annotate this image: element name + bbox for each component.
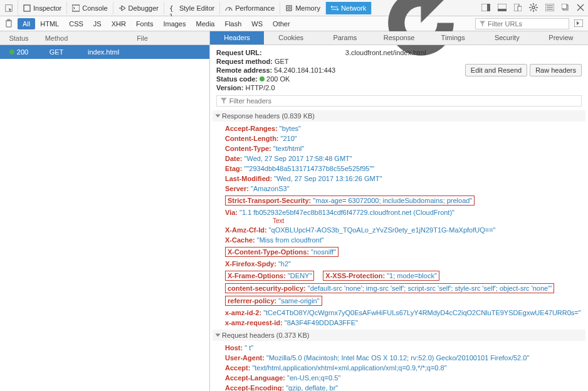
svg-line-3	[229, 8, 231, 11]
header-row: Last-Modified: "Wed, 27 Sep 2017 13:16:2…	[225, 174, 582, 183]
header-value: ""2934dbb48a5131714737b8c55e525f95""	[244, 165, 375, 172]
header-value: "Mozilla/5.0 (Macintosh; Intel Mac OS X …	[266, 354, 529, 362]
filter-all[interactable]: All	[18, 18, 35, 29]
tab-style-editor[interactable]: { }Style Editor	[164, 2, 220, 14]
dock-side-button[interactable]	[478, 1, 494, 15]
request-row[interactable]: 200 GET index.html	[0, 45, 209, 59]
header-row: Etag: ""2934dbb48a5131714737b8c55e525f95…	[225, 164, 582, 173]
raw-headers-button[interactable]: Raw headers	[530, 64, 582, 76]
status-dot-icon	[260, 76, 265, 81]
header-value: "210"	[281, 135, 297, 142]
header-value: "AmazonS3"	[251, 185, 290, 192]
svg-rect-9	[487, 4, 490, 11]
settings-button[interactable]	[525, 1, 542, 16]
tab-memory[interactable]: Memory	[280, 2, 326, 14]
filter-other[interactable]: Other	[268, 18, 295, 29]
header-value: "1; mode=block"	[387, 272, 437, 279]
header-value: "text/html"	[273, 145, 304, 152]
header-row: Accept-Ranges: "bytes"	[225, 124, 582, 133]
tab-network[interactable]: Network	[326, 2, 372, 14]
picker-icon	[5, 4, 13, 12]
detail-tab-preview[interactable]: Preview	[534, 31, 588, 44]
filter-media[interactable]: Media	[191, 18, 219, 29]
version-line: Version: HTTP/2.0	[216, 84, 582, 91]
request-list-header: Status Method File	[0, 31, 209, 45]
tab-debugger[interactable]: Debugger	[113, 2, 164, 14]
header-row: User-Agent: "Mozilla/5.0 (Macintosh; Int…	[225, 353, 582, 362]
filter-flash[interactable]: Flash	[219, 18, 246, 29]
request-file: index.html	[75, 46, 209, 58]
funnel-icon	[221, 98, 227, 104]
svg-rect-20	[562, 4, 567, 9]
node-picker-button[interactable]	[0, 0, 18, 16]
header-name: Accept-Encoding:	[225, 384, 284, 391]
detail-tab-params[interactable]: Params	[318, 31, 372, 44]
col-file[interactable]: File	[75, 32, 209, 44]
filter-js[interactable]: JS	[88, 18, 107, 29]
request-method: GET	[38, 46, 75, 58]
detail-tab-security[interactable]: Security	[480, 31, 534, 44]
toolbox-options-button[interactable]	[542, 1, 558, 15]
header-value: "tCeC4TbO8Y/QcWgrnx7yQ0EsAFwHiFULs67LyY4…	[263, 309, 581, 316]
disclosure-triangle-icon	[216, 334, 221, 337]
detail-tab-timings[interactable]: Timings	[426, 31, 480, 44]
tab-performance[interactable]: Performance	[220, 2, 280, 14]
col-method[interactable]: Method	[38, 32, 75, 44]
header-name: Content-Length:	[225, 135, 279, 142]
filter-fonts[interactable]: Fonts	[131, 18, 159, 29]
header-row: X-Frame-Options: "DENY"	[225, 271, 314, 281]
filter-headers-field[interactable]	[216, 95, 582, 107]
detail-tab-cookies[interactable]: Cookies	[264, 31, 318, 44]
details-panel: HeadersCookiesParamsResponseTimingsSecur…	[210, 31, 588, 391]
header-value: "h2"	[278, 260, 291, 268]
header-value: "Wed, 27 Sep 2017 13:16:26 GMT"	[274, 175, 382, 182]
header-value: "max-age= 63072000; includeSubdomains; p…	[313, 197, 472, 204]
funnel-icon	[480, 21, 485, 27]
url-filter-input[interactable]	[488, 20, 565, 28]
header-name: x-amz-request-id:	[225, 319, 283, 326]
responsive-mode-button[interactable]	[510, 1, 525, 15]
header-row: Accept-Encoding: "gzip, deflate, br"	[225, 383, 582, 391]
filter-xhr[interactable]: XHR	[107, 18, 131, 29]
header-name: Host:	[225, 344, 243, 352]
undock-button[interactable]	[558, 1, 573, 15]
network-filter-bar: AllHTMLCSSJSXHRFontsImagesMediaFlashWSOt…	[0, 16, 588, 31]
header-value: " t"	[244, 344, 253, 352]
header-name: X-Content-Type-Options:	[228, 248, 309, 256]
toggle-sidebar-button[interactable]	[569, 19, 588, 28]
header-row: X-Firefox-Spdy: "h2"	[225, 259, 582, 268]
url-filter-field[interactable]	[475, 18, 569, 29]
col-status[interactable]: Status	[0, 32, 38, 44]
request-headers-section[interactable]: Request headers (0.373 KB)	[213, 330, 585, 341]
tab-console[interactable]: Console	[67, 2, 113, 14]
dock-bottom-button[interactable]	[494, 1, 510, 15]
request-url-line: Request URL: 3.cloudfront.net/index.html	[216, 49, 582, 56]
filter-images[interactable]: Images	[158, 18, 191, 29]
debugger-icon	[118, 4, 126, 12]
detail-tab-headers[interactable]: Headers	[210, 31, 264, 44]
svg-rect-2	[72, 5, 80, 11]
header-row: referrer-policy: "same-origin"	[225, 296, 322, 306]
filter-css[interactable]: CSS	[64, 18, 88, 29]
filter-ws[interactable]: WS	[246, 18, 268, 29]
header-row: Content-Length: "210"	[225, 134, 582, 143]
annotation-label: Text	[273, 217, 582, 224]
header-name: X-Frame-Options:	[228, 272, 286, 279]
filter-html[interactable]: HTML	[35, 18, 64, 29]
header-name: Date:	[225, 155, 243, 162]
filter-headers-input[interactable]	[229, 97, 577, 105]
svg-rect-13	[518, 6, 522, 11]
inspector-icon	[23, 4, 31, 12]
header-row: Via: "1.1 fb052932e5bf47ec8b8134cdf6f477…	[225, 208, 582, 217]
header-value: "same-origin"	[278, 297, 319, 305]
tab-inspector[interactable]: Inspector	[18, 2, 67, 14]
response-headers-section[interactable]: Response headers (0.839 KB)	[213, 110, 585, 122]
close-devtools-button[interactable]	[573, 1, 588, 15]
detail-tab-response[interactable]: Response	[372, 31, 426, 44]
header-row: Content-Type: "text/html"	[225, 144, 582, 153]
edit-resend-button[interactable]: Edit and Resend	[465, 64, 527, 76]
header-row: Host: " t"	[225, 343, 582, 352]
header-name: Content-Type:	[225, 145, 271, 152]
clear-button[interactable]	[0, 19, 18, 29]
header-value: "default-src 'none'; img-src 'self'; scr…	[308, 284, 552, 292]
